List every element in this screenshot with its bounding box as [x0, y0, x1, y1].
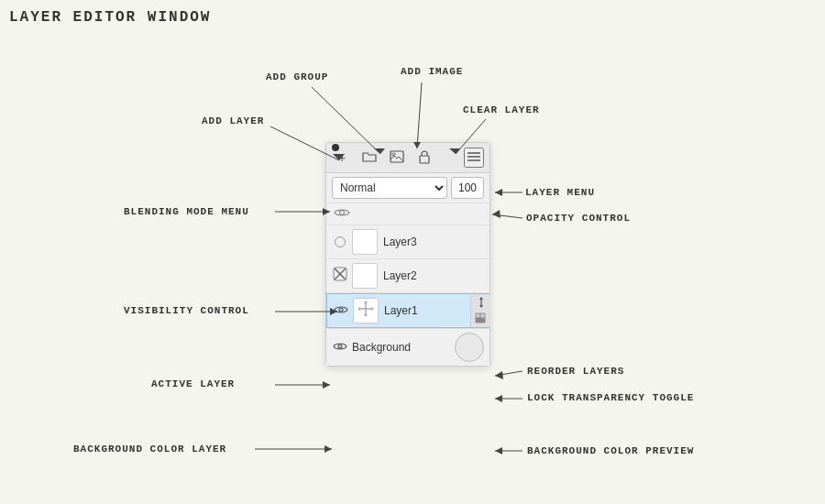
global-eye-row: [326, 203, 490, 225]
annotation-add-group: ADD GROUP: [266, 71, 328, 82]
layer2-name: Layer2: [383, 269, 484, 282]
svg-marker-38: [492, 210, 500, 218]
annotation-add-image: ADD IMAGE: [401, 66, 463, 77]
opacity-input[interactable]: [451, 177, 484, 199]
svg-rect-21: [480, 318, 485, 323]
svg-marker-15: [358, 307, 360, 311]
annotation-lock-transparency: LOCK TRANSPARENCY TOGGLE: [527, 392, 694, 403]
background-color-preview[interactable]: [455, 333, 484, 362]
annotation-active-layer: ACTIVE LAYER: [151, 378, 235, 389]
eye-icon: [334, 302, 348, 319]
svg-marker-18: [479, 297, 483, 300]
global-visibility-icon: [334, 207, 350, 221]
svg-marker-14: [364, 314, 368, 317]
svg-rect-2: [420, 156, 429, 163]
annotation-bg-preview: BACKGROUND COLOR PREVIEW: [527, 445, 694, 456]
svg-point-24: [338, 345, 342, 348]
layer2-thumb: [352, 263, 378, 289]
svg-line-37: [492, 214, 522, 218]
reorder-layers-button[interactable]: [473, 294, 490, 311]
plus-icon: +: [338, 150, 346, 165]
svg-line-29: [417, 82, 422, 148]
svg-marker-19: [479, 305, 483, 308]
svg-point-6: [340, 211, 345, 215]
annotation-opacity: OPACITY CONTROL: [526, 213, 631, 224]
svg-line-43: [495, 371, 522, 376]
cursor: [332, 144, 339, 151]
move-handle-icon: [357, 300, 375, 322]
layer2-visibility[interactable]: [332, 268, 348, 284]
svg-rect-0: [390, 151, 403, 162]
layer3-visibility[interactable]: [332, 234, 348, 250]
svg-marker-34: [495, 189, 502, 196]
layers-area: Layer3 Layer2: [326, 203, 490, 366]
add-image-button[interactable]: [387, 148, 407, 168]
svg-marker-13: [364, 301, 368, 303]
layer1-thumb: [353, 298, 379, 323]
annotation-add-layer: ADD LAYER: [202, 115, 264, 126]
svg-marker-16: [371, 307, 374, 311]
layer-item-layer2[interactable]: Layer2: [326, 259, 490, 293]
svg-marker-42: [323, 381, 330, 389]
bg-visibility[interactable]: [332, 339, 348, 356]
layer-menu-button[interactable]: [464, 148, 484, 168]
layer1-visibility[interactable]: [333, 302, 349, 319]
svg-marker-44: [495, 371, 503, 379]
bg-eye-icon: [333, 339, 347, 356]
svg-point-10: [339, 308, 343, 312]
layer3-thumb: [352, 229, 378, 255]
hamburger-icon: [467, 151, 481, 165]
layer-panel: +: [325, 142, 490, 367]
image-icon: [390, 150, 404, 166]
annotation-blending-mode: BLENDING MODE MENU: [124, 206, 249, 217]
svg-point-1: [392, 153, 395, 156]
annotation-clear-layer: CLEAR LAYER: [463, 104, 540, 115]
blend-mode-select[interactable]: Normal Multiply Screen Overlay: [332, 177, 447, 199]
svg-marker-48: [324, 445, 332, 453]
annotation-visibility: VISIBILITY CONTROL: [124, 305, 249, 316]
add-group-button[interactable]: [359, 148, 380, 168]
annotation-reorder: REORDER LAYERS: [527, 366, 624, 377]
toolbar: +: [326, 143, 490, 173]
svg-rect-22: [476, 318, 480, 323]
folder-icon: [362, 150, 377, 166]
background-layer-name: Background: [352, 341, 455, 354]
svg-rect-23: [480, 313, 485, 318]
layer-side-buttons: [470, 294, 490, 327]
svg-rect-20: [476, 313, 480, 318]
layer1-name: Layer1: [384, 304, 483, 317]
page-title: LAYER EDITOR WINDOW: [9, 9, 211, 26]
clear-layer-button[interactable]: [414, 148, 434, 168]
background-layer[interactable]: Background: [326, 328, 490, 366]
annotation-layer-menu: LAYER MENU: [525, 187, 595, 198]
blend-mode-row: Normal Multiply Screen Overlay: [326, 173, 490, 203]
annotation-bg-layer: BACKGROUND COLOR LAYER: [73, 444, 226, 455]
svg-marker-50: [495, 447, 502, 455]
layer-item-layer3[interactable]: Layer3: [326, 225, 490, 259]
layer3-name: Layer3: [383, 236, 484, 248]
layer-item-layer1[interactable]: Layer1: [326, 293, 490, 328]
lock-transparency-button[interactable]: [473, 311, 490, 327]
lock-icon: [418, 149, 431, 167]
lock-x-icon: [332, 266, 348, 286]
svg-marker-46: [495, 395, 502, 402]
